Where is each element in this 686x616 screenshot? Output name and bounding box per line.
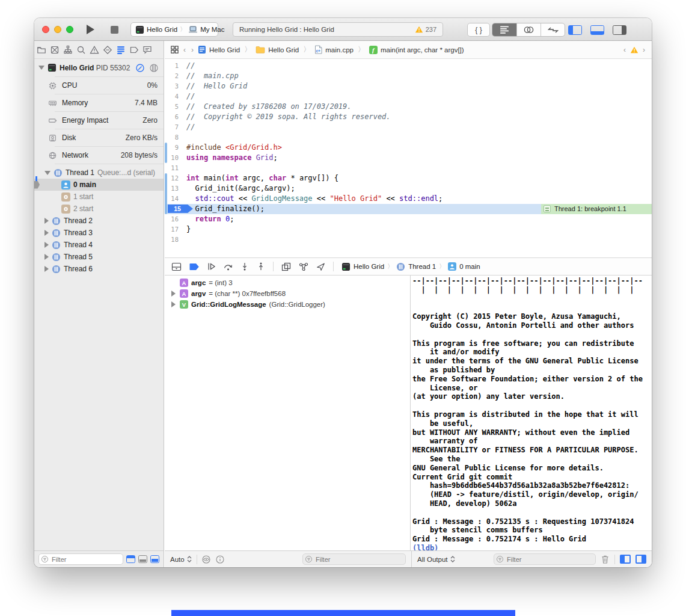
line-number[interactable]: 10 [165,153,186,163]
code-line-10[interactable]: 10using namespace Grid; [165,153,652,163]
thread-row-thread-3[interactable]: Thread 3 [34,227,164,239]
memory-graph-button[interactable] [299,262,308,271]
issue-navigator-icon[interactable] [90,45,99,55]
code-line-13[interactable]: 13 Grid_init(&argc,&argv); [165,183,652,194]
next-issue-button[interactable]: › [642,46,646,54]
variables-filter-input[interactable] [302,553,406,565]
variables-scope-dropdown[interactable]: Auto [170,555,192,563]
report-navigator-icon[interactable] [142,45,152,54]
test-navigator-icon[interactable] [103,45,112,55]
go-back-button[interactable]: ‹ [182,46,187,54]
line-number[interactable]: 11 [165,163,186,173]
breakpoint-navigator-icon[interactable] [129,46,139,54]
line-number[interactable]: 14 [165,194,186,204]
code-line-1[interactable]: 1// [165,61,652,71]
code-line-16[interactable]: 16 return 0; [165,214,652,224]
activity-viewer[interactable]: Running Hello Grid : Hello Grid 237 [233,22,443,37]
related-items-icon[interactable] [170,45,179,54]
issue-warning-icon[interactable] [630,46,639,54]
show-recent-toggle[interactable] [126,555,135,563]
line-number[interactable]: 16 [165,214,186,224]
title-bar[interactable]: Hello Grid 〉 My Mac Running Hello Grid :… [34,18,652,41]
code-line-7[interactable]: 7// [165,122,652,132]
step-into-button[interactable] [240,262,249,271]
disclosure-triangle[interactable] [44,171,51,175]
console-view[interactable]: --|--|--|--|--|--|--|--|--|--|--|--|--|-… [411,276,652,550]
line-number[interactable]: 3 [165,81,186,91]
navigator-filter-field[interactable] [38,553,123,565]
breakpoint-marker[interactable]: 15 [168,205,193,213]
step-over-button[interactable] [224,262,233,271]
code-line-12[interactable]: 12int main(int argc, char * argv[]) { [165,173,652,183]
gauge-row-cpu[interactable]: CPU0% [34,77,164,94]
project-navigator-icon[interactable] [37,45,46,55]
disclosure-triangle[interactable] [44,266,49,272]
toggle-variables-view-button[interactable] [620,555,631,564]
thread-row-thread-5[interactable]: Thread 5 [34,251,164,263]
toggle-navigator-button[interactable] [568,25,582,35]
line-number[interactable]: 7 [165,122,186,132]
zoom-window-button[interactable] [66,26,73,33]
run-button[interactable] [79,22,101,37]
search-navigator-icon[interactable] [76,45,86,55]
memory-debug-icon[interactable] [149,63,159,73]
thread-row-thread-6[interactable]: Thread 6 [34,263,164,275]
variable-row-argc[interactable]: Aargc= (int) 3 [165,277,410,288]
show-running-toggle[interactable] [150,555,159,563]
previous-issue-button[interactable]: ‹ [622,46,627,54]
scheme-selector[interactable]: Hello Grid 〉 My Mac [130,22,218,37]
debug-crumb-thread[interactable]: Thread 1 [408,263,436,270]
debug-view-hierarchy-button[interactable] [281,262,291,271]
line-number[interactable]: 13 [165,183,186,194]
console-output-dropdown[interactable]: All Output [417,555,456,563]
debug-navigator-icon[interactable] [116,46,126,54]
disclosure-triangle[interactable] [171,301,176,307]
breadcrumb-group[interactable]: Hello Grid [268,46,299,54]
hide-debug-area-button[interactable] [171,262,182,271]
console-filter-input[interactable] [494,553,596,565]
line-number[interactable]: 12 [165,173,186,183]
close-window-button[interactable] [42,26,49,33]
stack-frame-2-start[interactable]: 2 start [34,203,164,215]
breakpoints-toggle-button[interactable] [189,263,200,271]
line-number[interactable]: 18 [165,235,186,245]
code-line-8[interactable]: 8 [165,132,652,143]
disclosure-triangle[interactable] [44,242,49,248]
process-row[interactable]: Hello Grid PID 55302 [34,59,164,76]
toggle-console-button[interactable] [635,555,646,564]
symbol-navigator-icon[interactable] [63,45,73,55]
line-number[interactable]: 17 [165,224,186,235]
version-editor-button[interactable] [541,23,565,36]
breadcrumb-project[interactable]: Hello Grid [209,46,240,54]
continue-button[interactable] [207,262,216,271]
standard-editor-button[interactable] [492,23,516,36]
gauge-row-network[interactable]: Network208 bytes/s [34,147,164,164]
lldb-prompt[interactable]: (lldb) [412,544,443,550]
toggle-inspector-button[interactable] [613,25,626,35]
code-line-14[interactable]: 14 std::cout << GridLogMessage << "Hello… [165,194,652,204]
code-line-9[interactable]: 9#include <Grid/Grid.h> [165,143,652,153]
breadcrumb-file[interactable]: main.cpp [325,46,354,54]
simulate-location-button[interactable] [316,262,325,271]
warning-count-badge[interactable]: 237 [415,26,436,33]
line-number[interactable]: 9 [165,143,186,153]
variables-filter-field[interactable] [302,553,406,565]
line-number[interactable]: 4 [165,91,186,102]
code-line-2[interactable]: 2// main.cpp [165,71,652,81]
debug-crumb-frame[interactable]: 0 main [459,263,480,270]
quicklook-icon[interactable] [201,555,211,564]
line-number[interactable]: 5 [165,102,186,112]
assistant-editor-button[interactable] [516,23,541,36]
console-output[interactable]: --|--|--|--|--|--|--|--|--|--|--|--|--|-… [412,277,652,550]
library-button[interactable]: { } [467,23,490,37]
code-line-3[interactable]: 3// Hello Grid [165,81,652,91]
gauge-row-energy-impact[interactable]: Energy ImpactZero [34,112,164,129]
thread-row-thread-2[interactable]: Thread 2 [34,215,164,227]
source-control-navigator-icon[interactable] [50,45,60,55]
minimize-window-button[interactable] [54,26,61,33]
clear-console-button[interactable] [601,555,610,564]
stack-frame-1-start[interactable]: 1 start [34,191,164,203]
toggle-debug-area-button[interactable] [590,25,604,35]
navigator-filter-input[interactable] [38,553,123,565]
stop-button[interactable] [103,22,125,37]
